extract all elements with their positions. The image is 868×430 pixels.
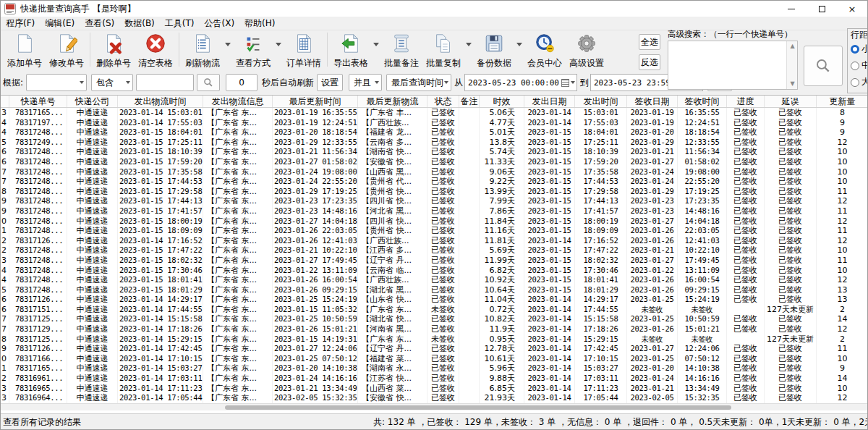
menu-item[interactable]: 公告(X) [200, 17, 240, 30]
menu-item[interactable]: 数据(B) [119, 17, 160, 30]
order-details-button[interactable]: 订单详情 [283, 32, 325, 68]
table-row[interactable]: 578317249...中通速递2023-01-15 17:25:11【广东省 … [1, 138, 867, 148]
table-row[interactable]: 678317126...中通速递2023-01-14 14:29:17【广东省 … [1, 295, 867, 305]
row-spacing-option-大[interactable]: 大 [851, 74, 868, 90]
refresh-logistics-button[interactable]: 刷新物流 [182, 32, 224, 68]
table-row[interactable]: 478317248...中通速递2023-01-15 18:04:01【广东省 … [1, 127, 867, 138]
cell-progress: 已签收 [727, 295, 765, 305]
column-header-delay[interactable]: 延误 [765, 96, 817, 107]
table-row[interactable]: 278317126...中通速递2023-01-14 17:16:52【广东省 … [1, 236, 867, 246]
row-spacing-option-小[interactable]: 小 [851, 41, 868, 57]
column-header-company[interactable]: 快递公司 [67, 96, 118, 107]
from-datetime-picker[interactable]: 2023-05-23 00:00:00 [464, 74, 577, 91]
table-row[interactable]: 978317126...中通速递2023-01-14 17:42:45【广东省 … [1, 344, 867, 354]
table-row[interactable]: 778317248...中通速递2023-01-15 17:35:58【广东省 … [1, 167, 867, 177]
filter-search-button[interactable] [197, 74, 220, 91]
table-row[interactable]: 678317248...中通速递2023-01-15 17:59:20【广东省 … [1, 157, 867, 167]
clear-table-button[interactable]: 清空表格 [135, 32, 176, 68]
dropdown-arrow-icon[interactable] [464, 32, 473, 56]
dropdown-arrow-icon[interactable] [274, 32, 283, 56]
menu-item[interactable]: 程序(F) [1, 17, 40, 30]
table-row[interactable]: 378317165...中通速递2023-01-14 15:03:01【广东省 … [1, 108, 867, 118]
add-document-button[interactable]: 添加单号 [4, 32, 46, 68]
table-row[interactable]: 778317248...中通速递2023-01-15 17:44:53【广东省 … [1, 177, 867, 187]
table-row[interactable]: 978317248...中通速递2023-01-15 17:41:57【广东省 … [1, 206, 867, 216]
table-row[interactable]: 078317166...中通速递2023-01-14 17:10:15【广东省 … [1, 354, 867, 364]
minimize-button[interactable] [776, 1, 807, 17]
table-row[interactable]: 178317248...中通速递2023-01-15 18:09:09【广东省 … [1, 226, 867, 236]
view-mode-button[interactable]: 查看方式 [232, 32, 274, 68]
scrollbar-thumb[interactable] [225, 405, 731, 410]
column-header-num[interactable] [1, 96, 9, 107]
dropdown-arrow-icon[interactable] [224, 32, 232, 56]
advanced-search-scrollbar[interactable]: ▲ ▼ [786, 41, 797, 89]
scroll-up-icon[interactable]: ▲ [787, 41, 798, 51]
delete-document-button[interactable]: 删除单号 [93, 32, 135, 68]
export-table-button[interactable]: 导出表格 [330, 32, 372, 68]
backup-data-button[interactable]: 备份数据 [473, 32, 515, 68]
according-field-select[interactable] [26, 74, 87, 91]
column-header-status[interactable]: 状态 [427, 96, 459, 107]
table-row[interactable]: 378316964...中通速递2023-01-14 17:05:44【广东省 … [1, 393, 867, 403]
table-row[interactable]: 178317165...中通速递2023-01-14 15:03:27【广东省 … [1, 363, 867, 374]
column-header-send-time[interactable]: 发出物流时间 [118, 96, 203, 107]
table-row[interactable]: 278317248...中通速递2023-01-15 17:47:22【广东省 … [1, 245, 867, 256]
settings-button[interactable]: 设置 [317, 74, 343, 91]
table-row[interactable]: 778317129...中通速递2023-01-14 17:18:26【广东省 … [1, 324, 867, 334]
batch-copy-button[interactable]: 批量复制 [422, 32, 464, 68]
dropdown-arrow-icon[interactable] [515, 32, 524, 56]
batch-note-button[interactable]: 批量备注 [380, 32, 422, 68]
select-all-button[interactable]: 全选 [639, 34, 660, 50]
match-mode-select[interactable]: 包含 [91, 74, 133, 91]
row-spacing-option-中[interactable]: 中 [851, 57, 868, 74]
table-row[interactable]: 878317248...中通速递2023-01-15 17:29:58【广东省 … [1, 187, 867, 197]
close-button[interactable]: × [837, 1, 867, 17]
table-row[interactable]: 078317248...中通速递2023-01-15 18:00:19【广东省 … [1, 216, 867, 227]
menu-item[interactable]: 编辑(E) [40, 17, 80, 30]
horizontal-scrollbar[interactable] [1, 403, 868, 410]
column-header-note[interactable]: 备注 [459, 96, 480, 107]
menu-item[interactable]: 帮助(H) [239, 17, 280, 30]
table-row[interactable]: 778317125...中通速递2023-01-14 15:15:58【广东省 … [1, 314, 867, 324]
time-field-select[interactable]: 最后查询时间 [386, 74, 451, 91]
advanced-search-button[interactable] [804, 46, 843, 86]
menu-item[interactable]: 查看(S) [80, 17, 119, 30]
column-header-progress[interactable]: 进度 [727, 96, 765, 107]
menu-item[interactable]: 工具(T) [160, 17, 200, 30]
table-row[interactable]: 278316961...中通速递2023-01-14 17:03:11【广东省 … [1, 374, 867, 384]
keyword-input[interactable] [136, 74, 194, 91]
table-row[interactable]: 678317151...中通速递2023-01-14 17:44:55【广东省 … [1, 305, 867, 315]
column-header-last-info[interactable]: 最后更新物流 [358, 96, 427, 107]
table-row[interactable]: 878317125...中通速递2023-01-14 15:29:15【广东省 … [1, 334, 867, 345]
table-row[interactable]: 578317248...中通速递2023-01-15 18:01:29【广东省 … [1, 285, 867, 295]
cell-updates: 8 [817, 108, 867, 118]
table-row[interactable]: 378317248...中通速递2023-01-15 18:02:32【广东省 … [1, 256, 867, 266]
table-row[interactable]: 978317248...中通速递2023-01-15 17:44:13【广东省 … [1, 196, 867, 206]
table-row[interactable]: 478317197...中通速递2023-01-14 17:55:03【广东省 … [1, 118, 867, 128]
invert-selection-button[interactable]: 反选 [639, 54, 660, 70]
column-header-send-info[interactable]: 发出物流信息 [203, 96, 273, 107]
dropdown-arrow-icon[interactable] [372, 32, 380, 56]
scroll-down-icon[interactable]: ▼ [787, 79, 798, 89]
cell-progress: 已签收 [727, 256, 765, 266]
column-header-days[interactable]: 时效 [480, 96, 524, 107]
column-header-sign-clock[interactable]: 签收时间 [678, 96, 727, 107]
auto-refresh-seconds-input[interactable] [226, 74, 258, 91]
table-row[interactable]: 678317248...中通速递2023-01-15 18:10:39【广东省 … [1, 147, 867, 157]
column-header-sign-date[interactable]: 签收日期 [627, 96, 678, 107]
logic-select[interactable]: 并且 [349, 74, 382, 91]
cell-status: 已签收 [427, 245, 459, 256]
column-header-send-date[interactable]: 发出日期 [524, 96, 575, 107]
table-row[interactable]: 478317248...中通速递2023-01-15 18:01:41【广东省 … [1, 275, 867, 285]
advanced-search-textarea[interactable] [668, 41, 786, 89]
table-row[interactable]: 478317248...中通速递2023-01-15 17:30:46【广东省 … [1, 266, 867, 276]
edit-document-button[interactable]: 修改单号 [46, 32, 88, 68]
column-header-tracking-no[interactable]: 快递单号 [9, 96, 67, 107]
table-row[interactable]: 378316965...中通速递2023-01-14 17:11:23【广东省 … [1, 384, 867, 394]
maximize-button[interactable] [807, 1, 837, 17]
column-header-updates[interactable]: 更新量 [817, 96, 868, 107]
member-center-button[interactable]: 会员中心 [524, 32, 566, 68]
column-header-send-clock[interactable]: 发出时间 [575, 96, 627, 107]
advanced-settings-button[interactable]: 高级设置 [566, 32, 608, 68]
column-header-last-time[interactable]: 最后更新时间 [273, 96, 358, 107]
